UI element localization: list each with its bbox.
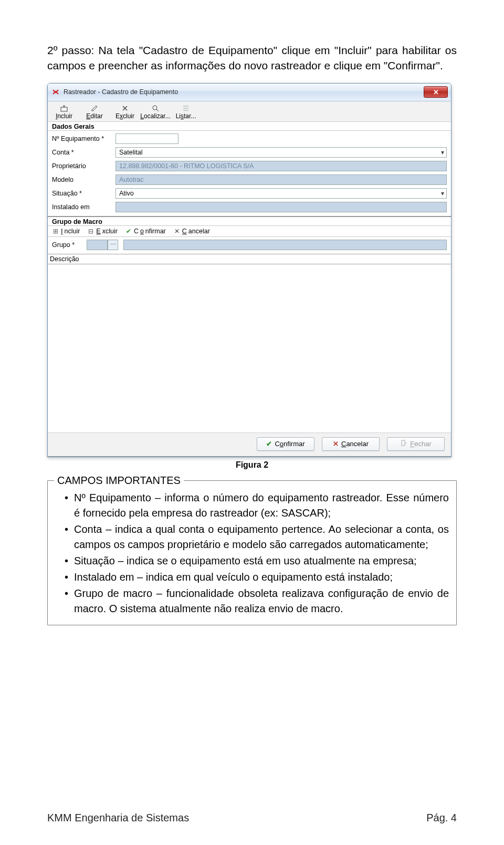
section-descricao-header: Descrição [48, 254, 451, 264]
search-icon [152, 104, 159, 112]
instalado-value [116, 202, 447, 212]
dados-form: Nº Equipamento * Conta * Satelital ▾ Pro… [48, 131, 451, 217]
grupo-code-input[interactable] [87, 240, 108, 250]
fechar-button[interactable]: Fechar [387, 437, 445, 451]
conta-label: Conta * [52, 149, 112, 156]
bullet-item: Situação – indica se o equipamento está … [55, 553, 449, 569]
bullet-list: Nº Equipamento – informa o número do equ… [55, 490, 449, 616]
svg-rect-8 [402, 440, 405, 446]
macro-incluir-button[interactable]: ⊞Incluir [52, 228, 80, 235]
modelo-label: Modelo [52, 176, 112, 183]
cancelar-button[interactable]: ✕ Cancelar [322, 437, 380, 451]
minus-doc-icon: ⊟ [87, 228, 94, 235]
footer-right: Pág. 4 [426, 812, 457, 824]
callout-box: CAMPOS IMPORTANTES Nº Equipamento – info… [47, 480, 457, 625]
window-title: Rastreador - Cadastro de Equipamento [64, 88, 178, 96]
x-small-icon: ✕ [173, 228, 181, 235]
toolbar-excluir-label: Excluir [116, 112, 134, 120]
bullet-item: Conta – indica a qual conta o equipament… [55, 522, 449, 552]
window-footer: ✔ Confirmar ✕ Cancelar Fechar [48, 432, 451, 456]
app-window: Rastreador - Cadastro de Equipamento ✕ I… [47, 83, 452, 457]
bullet-item: Nº Equipamento – informa o número do equ… [55, 490, 449, 521]
app-icon [51, 88, 60, 96]
door-icon [400, 439, 407, 448]
section-dados-header: Dados Gerais [48, 122, 451, 131]
toolbar-editar-button[interactable]: Editar [79, 102, 110, 120]
toolbar-incluir-button[interactable]: Incluir [49, 102, 79, 120]
macro-form: Grupo * ⋯ [48, 237, 451, 254]
num-equip-label: Nº Equipamento * [52, 135, 112, 142]
toolbar-incluir-label: Incluir [56, 112, 72, 120]
page-footer: KMM Engenharia de Sistemas Pág. 4 [47, 812, 457, 824]
situacao-select[interactable]: Ativo ▾ [116, 188, 447, 199]
svg-line-4 [156, 109, 159, 111]
toolbar-localizar-button[interactable]: Localizar... [140, 102, 171, 120]
toolbar-listar-label: Listar... [176, 112, 196, 120]
proprietario-label: Proprietário [52, 162, 112, 170]
macro-cancelar-button[interactable]: ✕Cancelar [173, 228, 210, 235]
grupo-label: Grupo * [52, 241, 83, 249]
confirmar-button[interactable]: ✔ Confirmar [257, 437, 314, 451]
plus-icon [60, 104, 68, 112]
figure-caption: Figura 2 [47, 460, 457, 470]
instalado-label: Instalado em [52, 203, 112, 211]
plus-doc-icon: ⊞ [52, 228, 59, 235]
toolbar-editar-label: Editar [86, 112, 102, 120]
proprietario-value: 12.898.982/0001-60 - RITMO LOGISTICA S/A [116, 161, 447, 171]
conta-select[interactable]: Satelital ▾ [116, 147, 447, 158]
x-icon: ✕ [333, 440, 339, 448]
chevron-down-icon: ▾ [441, 149, 444, 156]
intro-paragraph: 2º passo: Na tela "Cadastro de Equipamen… [47, 43, 457, 74]
pencil-icon [91, 104, 98, 112]
macro-confirmar-button[interactable]: ✔Confirmar [125, 228, 166, 235]
check-icon: ✔ [266, 440, 272, 448]
main-toolbar: Incluir Editar Excluir Localizar... List… [48, 101, 451, 122]
modelo-value: Autotrac [116, 174, 447, 185]
window-body: Dados Gerais Nº Equipamento * Conta * Sa… [48, 122, 451, 457]
macro-toolbar: ⊞Incluir ⊟Excluir ✔Confirmar ✕Cancelar [48, 226, 451, 237]
toolbar-listar-button[interactable]: Listar... [171, 102, 201, 120]
situacao-label: Situação * [52, 190, 112, 197]
x-icon [121, 104, 129, 112]
toolbar-excluir-button[interactable]: Excluir [110, 102, 140, 120]
grupo-desc-input[interactable] [123, 240, 447, 250]
toolbar-localizar-label: Localizar... [140, 112, 170, 120]
list-icon [182, 104, 190, 112]
close-button[interactable]: ✕ [424, 86, 448, 98]
macro-excluir-button[interactable]: ⊟Excluir [87, 228, 118, 235]
grupo-lookup-button[interactable]: ⋯ [108, 240, 118, 250]
num-equip-input[interactable] [116, 133, 178, 144]
callout-title: CAMPOS IMPORTANTES [54, 475, 184, 487]
check-icon: ✔ [125, 228, 132, 235]
footer-left: KMM Engenharia de Sistemas [47, 812, 189, 824]
bullet-item: Grupo de macro – funcionalidade obsoleta… [55, 586, 449, 616]
bullet-item: Instalado em – indica em qual veículo o … [55, 570, 449, 585]
svg-point-3 [153, 106, 157, 110]
section-macro-header: Grupo de Macro [48, 217, 451, 226]
titlebar: Rastreador - Cadastro de Equipamento ✕ [48, 84, 451, 101]
svg-rect-0 [61, 107, 67, 111]
chevron-down-icon: ▾ [441, 190, 444, 197]
descricao-area [48, 264, 451, 432]
